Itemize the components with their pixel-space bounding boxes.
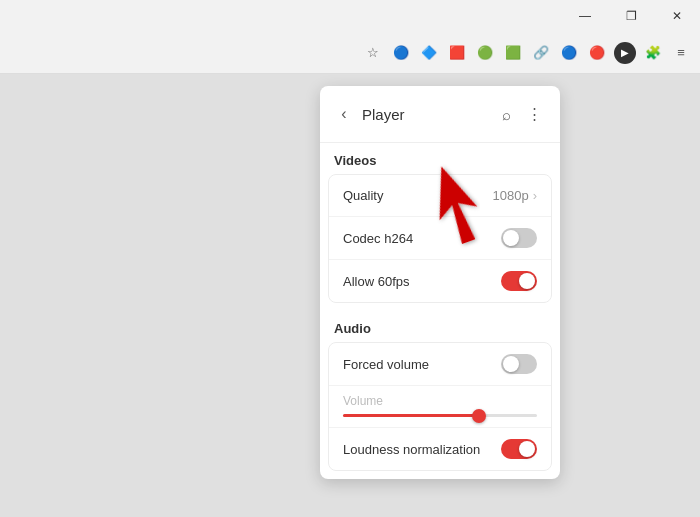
back-button[interactable]: ‹ bbox=[332, 102, 356, 126]
fps-toggle[interactable] bbox=[501, 271, 537, 291]
browser-toolbar: ☆ 🔵 🔷 🟥 🟢 🟩 🔗 🔵 🔴 ▶ 🧩 ≡ bbox=[0, 32, 700, 74]
audio-section-label: Audio bbox=[320, 311, 560, 342]
title-bar: — ❐ ✕ bbox=[0, 0, 700, 32]
main-area: ‹ Player ⌕ ⋮ Videos Quality 1080p › Code… bbox=[0, 74, 700, 517]
star-icon[interactable]: ☆ bbox=[362, 42, 384, 64]
close-button[interactable]: ✕ bbox=[654, 0, 700, 32]
ext-icon-4[interactable]: 🟢 bbox=[474, 42, 496, 64]
volume-slider-row: Volume bbox=[329, 386, 551, 428]
minimize-button[interactable]: — bbox=[562, 0, 608, 32]
fps-label: Allow 60fps bbox=[343, 274, 501, 289]
ext-icon-6[interactable]: 🔗 bbox=[530, 42, 552, 64]
popup-panel: ‹ Player ⌕ ⋮ Videos Quality 1080p › Code… bbox=[320, 86, 560, 479]
fps-toggle-knob bbox=[519, 273, 535, 289]
menu-icon[interactable]: ≡ bbox=[670, 42, 692, 64]
videos-settings-group: Quality 1080p › Codec h264 Allow 60fps bbox=[328, 174, 552, 303]
title-bar-controls: — ❐ ✕ bbox=[562, 0, 700, 32]
ext-icon-1[interactable]: 🔵 bbox=[390, 42, 412, 64]
quality-row[interactable]: Quality 1080p › bbox=[329, 175, 551, 217]
loudness-toggle-knob bbox=[519, 441, 535, 457]
extensions-icon[interactable]: 🧩 bbox=[642, 42, 664, 64]
forced-volume-label: Forced volume bbox=[343, 357, 501, 372]
loudness-toggle[interactable] bbox=[501, 439, 537, 459]
quality-value: 1080p bbox=[493, 188, 529, 203]
panel-header: ‹ Player ⌕ ⋮ bbox=[320, 86, 560, 143]
volume-label: Volume bbox=[343, 394, 537, 408]
quality-arrow: › bbox=[533, 188, 537, 203]
audio-settings-group: Forced volume Volume Loudness normalizat… bbox=[328, 342, 552, 471]
volume-slider-thumb[interactable] bbox=[472, 409, 486, 423]
forced-volume-toggle[interactable] bbox=[501, 354, 537, 374]
ext-icon-8[interactable]: 🔴 bbox=[586, 42, 608, 64]
panel-menu-button[interactable]: ⋮ bbox=[520, 100, 548, 128]
volume-slider-fill bbox=[343, 414, 479, 417]
toolbar-icons: ☆ 🔵 🔷 🟥 🟢 🟩 🔗 🔵 🔴 ▶ 🧩 ≡ bbox=[362, 42, 692, 64]
restore-button[interactable]: ❐ bbox=[608, 0, 654, 32]
search-button[interactable]: ⌕ bbox=[492, 100, 520, 128]
play-icon[interactable]: ▶ bbox=[614, 42, 636, 64]
volume-slider-track[interactable] bbox=[343, 414, 537, 417]
codec-label: Codec h264 bbox=[343, 231, 501, 246]
ext-icon-5[interactable]: 🟩 bbox=[502, 42, 524, 64]
videos-section-label: Videos bbox=[320, 143, 560, 174]
loudness-row[interactable]: Loudness normalization bbox=[329, 428, 551, 470]
forced-volume-row[interactable]: Forced volume bbox=[329, 343, 551, 386]
ext-icon-2[interactable]: 🔷 bbox=[418, 42, 440, 64]
loudness-label: Loudness normalization bbox=[343, 442, 501, 457]
forced-volume-toggle-knob bbox=[503, 356, 519, 372]
panel-title: Player bbox=[362, 106, 492, 123]
fps-row[interactable]: Allow 60fps bbox=[329, 260, 551, 302]
ext-icon-3[interactable]: 🟥 bbox=[446, 42, 468, 64]
codec-toggle-knob bbox=[503, 230, 519, 246]
quality-label: Quality bbox=[343, 188, 493, 203]
codec-row[interactable]: Codec h264 bbox=[329, 217, 551, 260]
codec-toggle[interactable] bbox=[501, 228, 537, 248]
ext-icon-7[interactable]: 🔵 bbox=[558, 42, 580, 64]
